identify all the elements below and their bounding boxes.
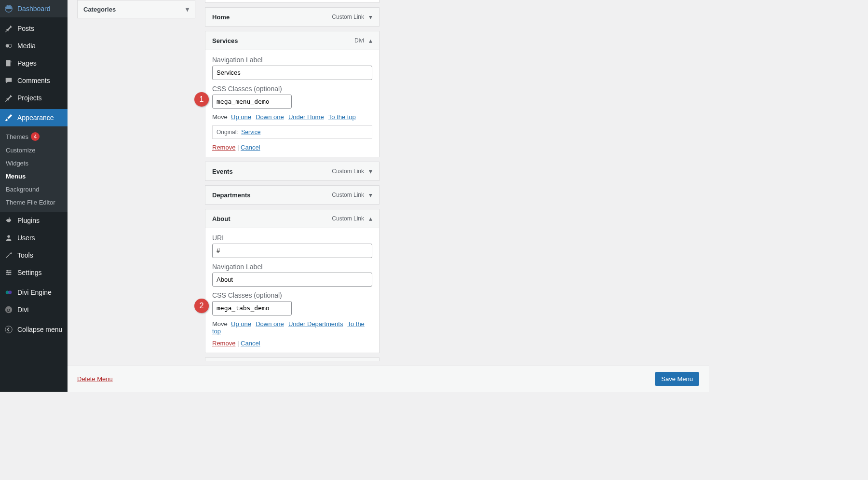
menu-item-about[interactable]: About Custom Link▴ URL Navigation Label [205, 209, 380, 353]
svg-point-9 [7, 270, 8, 272]
plug-icon [4, 216, 14, 225]
badge: 4 [31, 132, 40, 141]
css-classes-label: CSS Classes (optional) [212, 291, 372, 299]
sidebar-sub-menus[interactable]: Menus [0, 170, 68, 183]
remove-link[interactable]: Remove [212, 144, 235, 151]
sidebar-item-projects[interactable]: Projects [0, 89, 68, 107]
menu-item-type: Custom Link▾ [332, 191, 372, 199]
sidebar-item-media[interactable]: Media [0, 37, 68, 55]
settings-icon [4, 268, 14, 277]
annotation-badge-1: 1 [194, 92, 209, 107]
dashboard-icon [4, 4, 14, 14]
menu-item-type: Custom Link▾ [332, 13, 372, 21]
svg-point-16 [5, 326, 12, 333]
media-icon [4, 41, 14, 51]
remove-cancel-row: Remove | Cancel [212, 144, 372, 151]
menu-item-partial [205, 0, 380, 3]
chevron-down-icon[interactable]: ▾ [369, 167, 372, 175]
brush-icon [4, 113, 14, 123]
remove-link[interactable]: Remove [212, 340, 235, 347]
svg-text:D: D [7, 308, 11, 313]
sidebar-item-plugins[interactable]: Plugins [0, 212, 68, 229]
menu-item-title: Departments [212, 192, 250, 199]
cancel-link[interactable]: Cancel [241, 340, 260, 347]
sidebar-item-posts[interactable]: Posts [0, 20, 68, 37]
move-down-link[interactable]: Down one [256, 320, 284, 328]
menu-item-type: Divi▴ [354, 37, 372, 44]
css-classes-input[interactable] [212, 95, 292, 109]
chevron-up-icon[interactable]: ▴ [369, 37, 372, 44]
menu-item-type: Custom Link▴ [332, 215, 372, 222]
svg-rect-4 [7, 61, 12, 62]
accordion-title: Categories [83, 6, 116, 13]
move-up-link[interactable]: Up one [231, 320, 251, 328]
sub-label: Themes [6, 133, 28, 140]
wrench-icon [4, 250, 14, 260]
menu-item-events[interactable]: Events Custom Link▾ [205, 162, 380, 181]
sidebar-sub-themes[interactable]: Themes 4 [0, 129, 68, 144]
sidebar-item-collapse[interactable]: Collapse menu [0, 321, 68, 338]
remove-cancel-row: Remove | Cancel [212, 340, 372, 347]
nav-label-input[interactable] [212, 273, 372, 287]
sidebar-item-settings[interactable]: Settings [0, 264, 68, 281]
move-top-link[interactable]: To the top [328, 113, 356, 121]
cancel-link[interactable]: Cancel [241, 144, 260, 151]
move-down-link[interactable]: Down one [256, 113, 284, 121]
nav-label-label: Navigation Label [212, 56, 372, 64]
sidebar-item-users[interactable]: Users [0, 229, 68, 247]
admin-sidebar: Dashboard Posts Media Pages Comments Pro… [0, 0, 68, 392]
sidebar-label: Divi Engine [17, 288, 52, 296]
menu-item-type: Custom Link▾ [332, 167, 372, 175]
original-box: Original: Service [212, 125, 372, 139]
menu-item-blog[interactable]: Blog Custom Link▾ [205, 357, 380, 361]
svg-rect-3 [6, 60, 11, 67]
move-under-link[interactable]: Under Departments [288, 320, 343, 328]
sidebar-sub-widgets[interactable]: Widgets [0, 157, 68, 170]
svg-point-5 [7, 235, 10, 238]
menu-item-title: About [212, 215, 231, 222]
bottom-bar: Delete Menu Save Menu [68, 366, 709, 392]
sidebar-label: Settings [17, 269, 42, 276]
pin-icon [4, 24, 14, 33]
menu-structure: Home Custom Link▾ Services Divi▴ Navigat… [205, 0, 699, 361]
sidebar-label: Media [17, 42, 36, 50]
sidebar-item-divi[interactable]: D Divi [0, 301, 68, 318]
sidebar-label: Projects [17, 94, 42, 102]
sidebar-item-dashboard[interactable]: Dashboard [0, 0, 68, 17]
move-under-link[interactable]: Under Home [288, 113, 324, 121]
sidebar-item-comments[interactable]: Comments [0, 72, 68, 89]
svg-point-11 [8, 274, 9, 275]
accordion-categories[interactable]: Categories ▾ [77, 0, 195, 18]
sidebar-sub-background[interactable]: Background [0, 183, 68, 196]
css-classes-input[interactable] [212, 301, 292, 315]
url-input[interactable] [212, 244, 372, 258]
sidebar-item-pages[interactable]: Pages [0, 55, 68, 72]
original-link[interactable]: Service [241, 129, 260, 136]
delete-menu-link[interactable]: Delete Menu [77, 375, 113, 383]
sidebar-label: Collapse menu [17, 326, 62, 333]
sidebar-label: Divi [17, 306, 28, 314]
user-icon [4, 233, 14, 243]
sidebar-item-diviengine[interactable]: Divi Engine [0, 284, 68, 301]
sidebar-sub-editor[interactable]: Theme File Editor [0, 196, 68, 209]
sidebar-label: Users [17, 234, 35, 242]
menu-item-home[interactable]: Home Custom Link▾ [205, 7, 380, 27]
sidebar-item-appearance[interactable]: Appearance [0, 109, 68, 126]
sidebar-submenu: Themes 4 Customize Widgets Menus Backgro… [0, 126, 68, 212]
nav-label-label: Navigation Label [212, 263, 372, 271]
menu-item-services[interactable]: Services Divi▴ Navigation Label 1 CSS Cl… [205, 31, 380, 157]
menu-item-settings: Navigation Label 1 CSS Classes (optional… [205, 50, 379, 157]
sidebar-label: Dashboard [17, 5, 51, 13]
move-up-link[interactable]: Up one [231, 113, 251, 121]
comment-icon [4, 76, 14, 85]
nav-label-input[interactable] [212, 66, 372, 80]
menu-item-departments[interactable]: Departments Custom Link▾ [205, 185, 380, 205]
svg-point-10 [9, 272, 11, 274]
sidebar-sub-customize[interactable]: Customize [0, 144, 68, 157]
page-icon [4, 58, 14, 68]
chevron-up-icon[interactable]: ▴ [369, 215, 372, 222]
chevron-down-icon[interactable]: ▾ [369, 191, 372, 199]
save-menu-button[interactable]: Save Menu [655, 372, 699, 386]
chevron-down-icon[interactable]: ▾ [369, 13, 372, 21]
sidebar-item-tools[interactable]: Tools [0, 247, 68, 264]
